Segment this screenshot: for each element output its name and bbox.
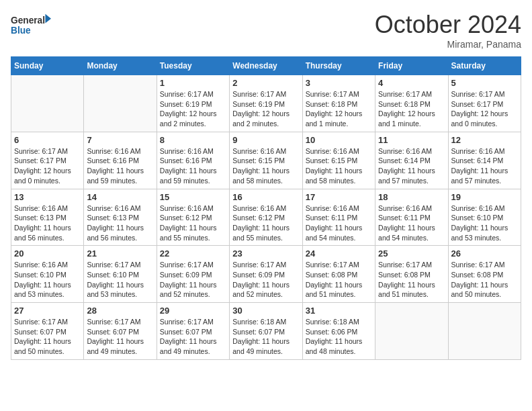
day-cell: 23Sunrise: 6:17 AM Sunset: 6:09 PM Dayli… (230, 246, 302, 303)
title-area: October 2024 Miramar, Panama (375, 11, 521, 50)
day-cell: 8Sunrise: 6:16 AM Sunset: 6:16 PM Daylig… (157, 132, 229, 189)
day-content: Sunrise: 6:17 AM Sunset: 6:17 PM Dayligh… (14, 146, 81, 186)
day-content: Sunrise: 6:17 AM Sunset: 6:08 PM Dayligh… (451, 260, 518, 300)
day-content: Sunrise: 6:18 AM Sunset: 6:07 PM Dayligh… (232, 317, 299, 357)
day-cell: 15Sunrise: 6:16 AM Sunset: 6:12 PM Dayli… (157, 189, 229, 246)
day-content: Sunrise: 6:16 AM Sunset: 6:14 PM Dayligh… (451, 146, 518, 186)
header-monday: Monday (84, 57, 157, 75)
header-sunday: Sunday (11, 57, 84, 75)
header-row: SundayMondayTuesdayWednesdayThursdayFrid… (11, 57, 521, 75)
day-cell: 16Sunrise: 6:16 AM Sunset: 6:12 PM Dayli… (230, 189, 302, 246)
day-cell: 20Sunrise: 6:16 AM Sunset: 6:10 PM Dayli… (11, 246, 84, 303)
day-content: Sunrise: 6:16 AM Sunset: 6:16 PM Dayligh… (87, 146, 153, 186)
week-row-1: 6Sunrise: 6:17 AM Sunset: 6:17 PM Daylig… (11, 132, 521, 189)
day-number: 11 (378, 135, 445, 145)
day-content: Sunrise: 6:17 AM Sunset: 6:19 PM Dayligh… (232, 89, 299, 129)
day-number: 19 (451, 192, 518, 202)
day-content: Sunrise: 6:17 AM Sunset: 6:19 PM Dayligh… (160, 89, 226, 129)
logo-svg: General Blue (11, 11, 51, 40)
logo: General Blue (11, 11, 51, 40)
month-title: October 2024 (375, 11, 521, 39)
day-number: 1 (160, 78, 226, 88)
week-row-2: 13Sunrise: 6:16 AM Sunset: 6:13 PM Dayli… (11, 189, 521, 246)
day-number: 25 (378, 248, 445, 259)
subtitle: Miramar, Panama (375, 39, 521, 50)
day-content: Sunrise: 6:16 AM Sunset: 6:11 PM Dayligh… (378, 203, 445, 243)
day-cell: 7Sunrise: 6:16 AM Sunset: 6:16 PM Daylig… (84, 132, 157, 189)
day-cell: 5Sunrise: 6:17 AM Sunset: 6:17 PM Daylig… (448, 75, 521, 132)
day-content: Sunrise: 6:17 AM Sunset: 6:07 PM Dayligh… (14, 317, 81, 357)
day-number: 12 (451, 135, 518, 145)
day-cell: 18Sunrise: 6:16 AM Sunset: 6:11 PM Dayli… (375, 189, 448, 246)
day-cell (375, 303, 448, 360)
day-number: 10 (306, 135, 372, 145)
header-friday: Friday (375, 57, 448, 75)
day-number: 5 (451, 78, 518, 88)
day-content: Sunrise: 6:16 AM Sunset: 6:13 PM Dayligh… (87, 203, 153, 243)
day-number: 6 (14, 135, 81, 145)
day-cell: 12Sunrise: 6:16 AM Sunset: 6:14 PM Dayli… (448, 132, 521, 189)
day-number: 3 (306, 78, 372, 88)
day-cell: 6Sunrise: 6:17 AM Sunset: 6:17 PM Daylig… (11, 132, 84, 189)
svg-text:General: General (11, 15, 45, 26)
day-number: 16 (232, 192, 299, 202)
day-cell: 17Sunrise: 6:16 AM Sunset: 6:11 PM Dayli… (302, 189, 375, 246)
day-cell: 27Sunrise: 6:17 AM Sunset: 6:07 PM Dayli… (11, 303, 84, 360)
day-content: Sunrise: 6:17 AM Sunset: 6:07 PM Dayligh… (87, 317, 153, 357)
day-cell: 21Sunrise: 6:17 AM Sunset: 6:10 PM Dayli… (84, 246, 157, 303)
day-number: 15 (160, 192, 226, 202)
day-number: 9 (232, 135, 299, 145)
day-cell: 30Sunrise: 6:18 AM Sunset: 6:07 PM Dayli… (230, 303, 302, 360)
day-cell: 14Sunrise: 6:16 AM Sunset: 6:13 PM Dayli… (84, 189, 157, 246)
day-number: 13 (14, 192, 81, 202)
day-content: Sunrise: 6:16 AM Sunset: 6:12 PM Dayligh… (160, 203, 226, 243)
day-cell (11, 75, 84, 132)
day-cell: 19Sunrise: 6:16 AM Sunset: 6:10 PM Dayli… (448, 189, 521, 246)
day-content: Sunrise: 6:17 AM Sunset: 6:08 PM Dayligh… (306, 260, 372, 300)
day-number: 21 (87, 248, 153, 259)
day-number: 4 (378, 78, 445, 88)
day-number: 2 (232, 78, 299, 88)
day-content: Sunrise: 6:17 AM Sunset: 6:09 PM Dayligh… (232, 260, 299, 300)
week-row-3: 20Sunrise: 6:16 AM Sunset: 6:10 PM Dayli… (11, 246, 521, 303)
day-cell: 13Sunrise: 6:16 AM Sunset: 6:13 PM Dayli… (11, 189, 84, 246)
day-number: 29 (160, 306, 226, 316)
day-content: Sunrise: 6:16 AM Sunset: 6:14 PM Dayligh… (378, 146, 445, 186)
day-cell: 9Sunrise: 6:16 AM Sunset: 6:15 PM Daylig… (230, 132, 302, 189)
header-thursday: Thursday (302, 57, 375, 75)
day-content: Sunrise: 6:16 AM Sunset: 6:15 PM Dayligh… (232, 146, 299, 186)
day-number: 18 (378, 192, 445, 202)
day-content: Sunrise: 6:17 AM Sunset: 6:10 PM Dayligh… (87, 260, 153, 300)
header-saturday: Saturday (448, 57, 521, 75)
day-cell: 1Sunrise: 6:17 AM Sunset: 6:19 PM Daylig… (157, 75, 229, 132)
day-content: Sunrise: 6:16 AM Sunset: 6:10 PM Dayligh… (14, 260, 81, 300)
day-number: 23 (232, 248, 299, 259)
day-number: 28 (87, 306, 153, 316)
day-cell: 24Sunrise: 6:17 AM Sunset: 6:08 PM Dayli… (302, 246, 375, 303)
day-content: Sunrise: 6:18 AM Sunset: 6:06 PM Dayligh… (306, 317, 372, 357)
day-number: 17 (306, 192, 372, 202)
day-number: 7 (87, 135, 153, 145)
day-content: Sunrise: 6:16 AM Sunset: 6:10 PM Dayligh… (451, 203, 518, 243)
day-content: Sunrise: 6:17 AM Sunset: 6:17 PM Dayligh… (451, 89, 518, 129)
day-number: 8 (160, 135, 226, 145)
day-cell: 25Sunrise: 6:17 AM Sunset: 6:08 PM Dayli… (375, 246, 448, 303)
day-cell: 26Sunrise: 6:17 AM Sunset: 6:08 PM Dayli… (448, 246, 521, 303)
day-cell: 11Sunrise: 6:16 AM Sunset: 6:14 PM Dayli… (375, 132, 448, 189)
day-cell: 4Sunrise: 6:17 AM Sunset: 6:18 PM Daylig… (375, 75, 448, 132)
day-cell: 31Sunrise: 6:18 AM Sunset: 6:06 PM Dayli… (302, 303, 375, 360)
day-number: 27 (14, 306, 81, 316)
day-content: Sunrise: 6:16 AM Sunset: 6:15 PM Dayligh… (306, 146, 372, 186)
day-number: 30 (232, 306, 299, 316)
day-cell: 28Sunrise: 6:17 AM Sunset: 6:07 PM Dayli… (84, 303, 157, 360)
day-content: Sunrise: 6:17 AM Sunset: 6:18 PM Dayligh… (306, 89, 372, 129)
day-cell (448, 303, 521, 360)
svg-marker-2 (45, 14, 51, 24)
day-number: 24 (306, 248, 372, 259)
day-content: Sunrise: 6:16 AM Sunset: 6:11 PM Dayligh… (306, 203, 372, 243)
week-row-4: 27Sunrise: 6:17 AM Sunset: 6:07 PM Dayli… (11, 303, 521, 360)
day-cell: 3Sunrise: 6:17 AM Sunset: 6:18 PM Daylig… (302, 75, 375, 132)
day-cell: 29Sunrise: 6:17 AM Sunset: 6:07 PM Dayli… (157, 303, 229, 360)
day-cell: 2Sunrise: 6:17 AM Sunset: 6:19 PM Daylig… (230, 75, 302, 132)
header-tuesday: Tuesday (157, 57, 229, 75)
